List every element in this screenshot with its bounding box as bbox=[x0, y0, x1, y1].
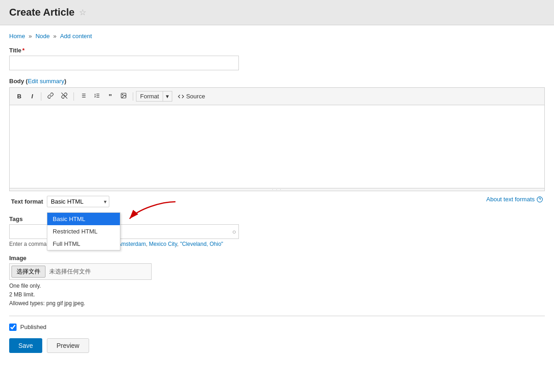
text-format-select[interactable]: Basic HTML Restricted HTML Full HTML bbox=[47, 196, 109, 207]
dropdown-item-basic[interactable]: Basic HTML bbox=[47, 213, 120, 225]
dropdown-popup: Basic HTML Restricted HTML Full HTML bbox=[47, 212, 120, 250]
breadcrumb: Home » Node » Add content bbox=[9, 33, 545, 40]
toolbar-div3 bbox=[133, 92, 133, 101]
breadcrumb-sep2: » bbox=[53, 33, 58, 40]
text-format-left: Text format Basic HTML Restricted HTML F… bbox=[11, 196, 109, 207]
file-hint-1: One file only. bbox=[9, 282, 545, 290]
published-checkbox[interactable] bbox=[9, 324, 17, 331]
ol-icon bbox=[94, 92, 100, 99]
about-text-formats-link[interactable]: About text formats bbox=[486, 196, 543, 203]
dropdown-item-full[interactable]: Full HTML bbox=[47, 238, 120, 250]
file-input-wrapper: 选择文件 未选择任何文件 bbox=[9, 263, 152, 280]
unlink-icon bbox=[61, 92, 68, 99]
image-section: Image 选择文件 未选择任何文件 One file only. 2 MB l… bbox=[9, 255, 545, 308]
breadcrumb-add-content[interactable]: Add content bbox=[60, 33, 92, 40]
unlink-button[interactable] bbox=[58, 91, 71, 102]
published-label: Published bbox=[20, 324, 46, 330]
title-label: Title* bbox=[9, 47, 545, 54]
body-section: Body (Edit summary) B I bbox=[9, 78, 545, 210]
breadcrumb-node[interactable]: Node bbox=[35, 33, 50, 40]
body-label: Body (Edit summary) bbox=[9, 78, 545, 85]
choose-file-button[interactable]: 选择文件 bbox=[11, 266, 45, 278]
page-title: Create Article bbox=[9, 6, 74, 18]
editor-area[interactable] bbox=[10, 105, 544, 188]
tags-input-wrapper: ○ bbox=[9, 224, 239, 239]
format-group: Format ▾ bbox=[136, 91, 172, 102]
source-button[interactable]: Source bbox=[175, 91, 208, 101]
text-format-row: Text format Basic HTML Restricted HTML F… bbox=[9, 191, 545, 210]
tag-example-cleveland[interactable]: "Cleveland, Ohio" bbox=[180, 241, 223, 247]
save-button[interactable]: Save bbox=[9, 338, 42, 353]
format-select-wrapper: Basic HTML Restricted HTML Full HTML ▾ B… bbox=[47, 196, 109, 207]
breadcrumb-home[interactable]: Home bbox=[9, 33, 25, 40]
format-dropdown-button[interactable]: ▾ bbox=[163, 91, 172, 102]
file-hint-2: 2 MB limit. bbox=[9, 290, 545, 299]
toolbar-div2 bbox=[73, 92, 74, 101]
italic-button[interactable]: I bbox=[26, 91, 38, 102]
tags-input[interactable] bbox=[9, 224, 239, 239]
editor-container: B I " bbox=[9, 87, 545, 191]
preview-button[interactable]: Preview bbox=[47, 338, 89, 353]
format-button[interactable]: Format bbox=[136, 91, 163, 102]
image-icon bbox=[120, 92, 127, 99]
toolbar-div1 bbox=[41, 92, 41, 101]
file-name: 未选择任何文件 bbox=[49, 267, 91, 276]
edit-summary-link[interactable]: Edit summary bbox=[28, 78, 64, 85]
link-icon bbox=[47, 92, 54, 99]
file-hint-3: Allowed types: png gif jpg jpeg. bbox=[9, 299, 545, 308]
tag-example-amsterdam[interactable]: Amsterdam bbox=[118, 241, 146, 247]
breadcrumb-sep1: » bbox=[28, 33, 34, 40]
ol-button[interactable] bbox=[90, 91, 103, 102]
bold-button[interactable]: B bbox=[13, 91, 25, 102]
dropdown-item-restricted[interactable]: Restricted HTML bbox=[47, 225, 120, 238]
title-required: * bbox=[23, 47, 25, 54]
link-button[interactable] bbox=[44, 91, 57, 102]
help-icon bbox=[537, 196, 543, 203]
actions-row: Save Preview bbox=[9, 338, 545, 353]
svg-point-11 bbox=[122, 94, 123, 95]
title-field: Title* bbox=[9, 47, 545, 70]
blockquote-button[interactable]: " bbox=[104, 91, 116, 102]
text-format-label: Text format bbox=[11, 198, 43, 205]
page-header: Create Article ☆ bbox=[0, 0, 554, 25]
editor-toolbar: B I " bbox=[10, 88, 544, 105]
image-label: Image bbox=[9, 255, 545, 261]
published-row: Published bbox=[9, 324, 545, 331]
title-input[interactable] bbox=[9, 56, 239, 70]
star-icon[interactable]: ☆ bbox=[79, 7, 86, 17]
file-hints: One file only. 2 MB limit. Allowed types… bbox=[9, 282, 545, 308]
ul-icon bbox=[80, 92, 86, 99]
image-toolbar-button[interactable] bbox=[117, 91, 130, 102]
tags-autocomplete-icon: ○ bbox=[232, 228, 236, 235]
tag-example-mexico[interactable]: Mexico City bbox=[149, 241, 177, 247]
divider bbox=[9, 316, 545, 316]
ul-button[interactable] bbox=[77, 91, 90, 102]
resize-handle[interactable]: · · · bbox=[10, 188, 544, 191]
source-icon bbox=[178, 93, 184, 100]
